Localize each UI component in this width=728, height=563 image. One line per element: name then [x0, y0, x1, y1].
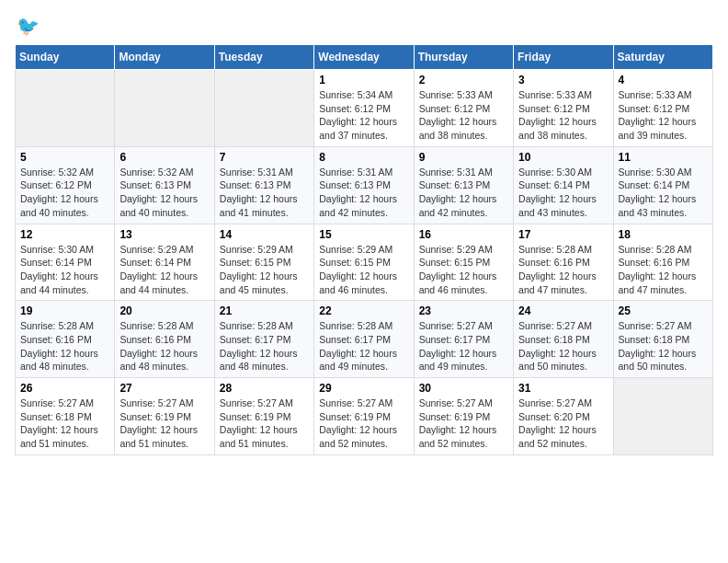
calendar-cell: 8Sunrise: 5:31 AMSunset: 6:13 PMDaylight… — [314, 146, 414, 224]
calendar-cell: 25Sunrise: 5:27 AMSunset: 6:18 PMDayligh… — [613, 301, 712, 378]
calendar-cell: 13Sunrise: 5:29 AMSunset: 6:14 PMDayligh… — [115, 224, 214, 301]
day-number: 12 — [20, 228, 109, 241]
day-number: 24 — [518, 304, 608, 317]
calendar-cell: 4Sunrise: 5:33 AMSunset: 6:12 PMDaylight… — [613, 70, 712, 147]
day-info: Sunrise: 5:31 AMSunset: 6:13 PMDaylight:… — [319, 166, 408, 220]
day-number: 5 — [20, 151, 109, 164]
calendar-cell: 26Sunrise: 5:27 AMSunset: 6:18 PMDayligh… — [16, 378, 115, 455]
day-info: Sunrise: 5:30 AMSunset: 6:14 PMDaylight:… — [619, 166, 708, 220]
day-number: 14 — [220, 228, 309, 241]
day-of-week-header: Saturday — [613, 45, 712, 70]
day-number: 27 — [119, 382, 209, 395]
calendar-cell: 19Sunrise: 5:28 AMSunset: 6:16 PMDayligh… — [16, 301, 115, 378]
day-info: Sunrise: 5:33 AMSunset: 6:12 PMDaylight:… — [518, 88, 608, 143]
calendar-cell: 9Sunrise: 5:31 AMSunset: 6:13 PMDaylight… — [414, 146, 513, 224]
day-info: Sunrise: 5:28 AMSunset: 6:17 PMDaylight:… — [319, 319, 408, 373]
day-info: Sunrise: 5:32 AMSunset: 6:13 PMDaylight:… — [119, 166, 209, 220]
day-number: 19 — [20, 304, 109, 317]
calendar-cell: 10Sunrise: 5:30 AMSunset: 6:14 PMDayligh… — [514, 146, 613, 224]
day-number: 15 — [319, 228, 408, 241]
day-number: 29 — [319, 382, 408, 395]
day-number: 13 — [119, 228, 209, 241]
calendar-week-row: 1Sunrise: 5:34 AMSunset: 6:12 PMDaylight… — [16, 70, 713, 147]
day-info: Sunrise: 5:33 AMSunset: 6:12 PMDaylight:… — [619, 88, 708, 143]
day-number: 3 — [518, 74, 608, 86]
day-number: 22 — [319, 304, 408, 317]
calendar-cell: 2Sunrise: 5:33 AMSunset: 6:12 PMDaylight… — [414, 70, 513, 147]
day-number: 10 — [518, 151, 608, 164]
day-number: 31 — [518, 382, 608, 395]
day-info: Sunrise: 5:31 AMSunset: 6:13 PMDaylight:… — [220, 166, 309, 220]
logo: 🐦 — [15, 15, 40, 37]
day-info: Sunrise: 5:29 AMSunset: 6:14 PMDaylight:… — [119, 243, 209, 297]
calendar-cell: 29Sunrise: 5:27 AMSunset: 6:19 PMDayligh… — [314, 378, 414, 455]
calendar-cell — [613, 378, 712, 455]
calendar-cell: 27Sunrise: 5:27 AMSunset: 6:19 PMDayligh… — [115, 378, 214, 455]
day-number: 25 — [619, 304, 708, 317]
day-info: Sunrise: 5:28 AMSunset: 6:17 PMDaylight:… — [220, 319, 309, 373]
calendar-cell: 5Sunrise: 5:32 AMSunset: 6:12 PMDaylight… — [16, 146, 115, 224]
calendar-cell — [115, 70, 214, 147]
day-info: Sunrise: 5:28 AMSunset: 6:16 PMDaylight:… — [119, 319, 209, 373]
calendar-cell: 3Sunrise: 5:33 AMSunset: 6:12 PMDaylight… — [514, 70, 613, 147]
calendar-table: SundayMondayTuesdayWednesdayThursdayFrid… — [15, 44, 713, 455]
day-info: Sunrise: 5:31 AMSunset: 6:13 PMDaylight:… — [419, 166, 508, 220]
day-of-week-header: Friday — [514, 45, 613, 70]
day-of-week-header: Tuesday — [214, 45, 313, 70]
day-info: Sunrise: 5:33 AMSunset: 6:12 PMDaylight:… — [419, 88, 508, 143]
day-number: 7 — [220, 151, 309, 164]
calendar-cell: 21Sunrise: 5:28 AMSunset: 6:17 PMDayligh… — [214, 301, 313, 378]
calendar-week-row: 26Sunrise: 5:27 AMSunset: 6:18 PMDayligh… — [16, 378, 713, 455]
day-number: 6 — [119, 151, 209, 164]
calendar-cell — [16, 70, 115, 147]
day-number: 28 — [220, 382, 309, 395]
calendar-header-row: SundayMondayTuesdayWednesdayThursdayFrid… — [16, 45, 713, 70]
calendar-cell: 30Sunrise: 5:27 AMSunset: 6:19 PMDayligh… — [414, 378, 513, 455]
day-info: Sunrise: 5:32 AMSunset: 6:12 PMDaylight:… — [20, 166, 109, 220]
day-number: 1 — [319, 74, 408, 86]
day-number: 2 — [419, 74, 508, 86]
day-info: Sunrise: 5:28 AMSunset: 6:16 PMDaylight:… — [619, 243, 708, 297]
day-number: 18 — [619, 228, 708, 241]
day-info: Sunrise: 5:29 AMSunset: 6:15 PMDaylight:… — [419, 243, 508, 297]
page-header: 🐦 — [15, 15, 713, 37]
day-info: Sunrise: 5:28 AMSunset: 6:16 PMDaylight:… — [20, 319, 109, 373]
calendar-cell: 6Sunrise: 5:32 AMSunset: 6:13 PMDaylight… — [115, 146, 214, 224]
calendar-week-row: 5Sunrise: 5:32 AMSunset: 6:12 PMDaylight… — [16, 146, 713, 224]
day-info: Sunrise: 5:30 AMSunset: 6:14 PMDaylight:… — [518, 166, 608, 220]
day-info: Sunrise: 5:27 AMSunset: 6:20 PMDaylight:… — [518, 396, 608, 451]
day-of-week-header: Sunday — [16, 45, 115, 70]
day-number: 30 — [419, 382, 508, 395]
calendar-cell: 15Sunrise: 5:29 AMSunset: 6:15 PMDayligh… — [314, 224, 414, 301]
day-number: 11 — [619, 151, 708, 164]
day-info: Sunrise: 5:34 AMSunset: 6:12 PMDaylight:… — [319, 88, 408, 143]
day-number: 26 — [20, 382, 109, 395]
calendar-cell: 28Sunrise: 5:27 AMSunset: 6:19 PMDayligh… — [214, 378, 313, 455]
calendar-cell: 22Sunrise: 5:28 AMSunset: 6:17 PMDayligh… — [314, 301, 414, 378]
day-number: 8 — [319, 151, 408, 164]
calendar-cell: 17Sunrise: 5:28 AMSunset: 6:16 PMDayligh… — [514, 224, 613, 301]
day-info: Sunrise: 5:27 AMSunset: 6:19 PMDaylight:… — [319, 396, 408, 451]
calendar-cell: 1Sunrise: 5:34 AMSunset: 6:12 PMDaylight… — [314, 70, 414, 147]
day-info: Sunrise: 5:29 AMSunset: 6:15 PMDaylight:… — [220, 243, 309, 297]
calendar-cell: 31Sunrise: 5:27 AMSunset: 6:20 PMDayligh… — [514, 378, 613, 455]
calendar-week-row: 19Sunrise: 5:28 AMSunset: 6:16 PMDayligh… — [16, 301, 713, 378]
calendar-cell — [214, 70, 313, 147]
day-info: Sunrise: 5:29 AMSunset: 6:15 PMDaylight:… — [319, 243, 408, 297]
calendar-cell: 14Sunrise: 5:29 AMSunset: 6:15 PMDayligh… — [214, 224, 313, 301]
day-number: 17 — [518, 228, 608, 241]
calendar-cell: 24Sunrise: 5:27 AMSunset: 6:18 PMDayligh… — [514, 301, 613, 378]
day-number: 9 — [419, 151, 508, 164]
day-number: 21 — [220, 304, 309, 317]
day-info: Sunrise: 5:27 AMSunset: 6:17 PMDaylight:… — [419, 319, 508, 373]
day-number: 16 — [419, 228, 508, 241]
calendar-cell: 12Sunrise: 5:30 AMSunset: 6:14 PMDayligh… — [16, 224, 115, 301]
calendar-cell: 20Sunrise: 5:28 AMSunset: 6:16 PMDayligh… — [115, 301, 214, 378]
day-number: 23 — [419, 304, 508, 317]
calendar-cell: 7Sunrise: 5:31 AMSunset: 6:13 PMDaylight… — [214, 146, 313, 224]
day-number: 20 — [119, 304, 209, 317]
calendar-cell: 23Sunrise: 5:27 AMSunset: 6:17 PMDayligh… — [414, 301, 513, 378]
logo-bird-icon: 🐦 — [17, 15, 40, 37]
day-info: Sunrise: 5:27 AMSunset: 6:19 PMDaylight:… — [419, 396, 508, 451]
day-info: Sunrise: 5:27 AMSunset: 6:19 PMDaylight:… — [220, 396, 309, 451]
